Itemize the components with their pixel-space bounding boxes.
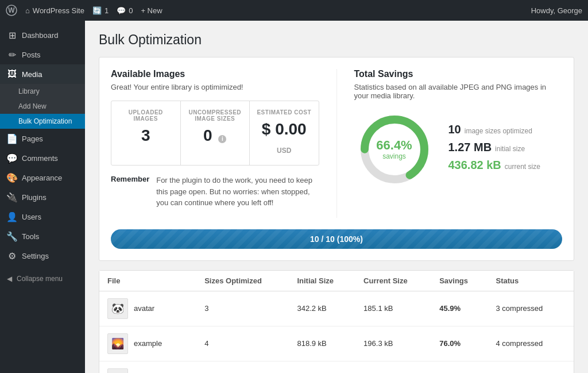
initial-0: 342.2 kB (289, 291, 355, 326)
collapse-menu[interactable]: ◀ Collapse menu (0, 270, 85, 287)
dashboard-icon: ⊞ (7, 30, 17, 40)
optimized-value: 10 (448, 123, 461, 136)
comments-icon: 💬 (7, 153, 17, 163)
table-row: Ⓦ wordpress 3 137.2 kB 55.4 kB 59.6% No … (99, 361, 574, 373)
optimized-desc: image sizes optimized (465, 127, 532, 135)
status-0: 3 compressed (488, 291, 574, 326)
updates-link[interactable]: 🔄 1 (92, 6, 109, 15)
savings-stats: 10 image sizes optimized 1.27 MB initial… (448, 123, 540, 176)
admin-bar: W ⌂ WordPress Site 🔄 1 💬 0 + New Howdy, … (0, 0, 588, 21)
progress-bar: 10 / 10 (100%) (111, 229, 562, 249)
col-sizes: Sizes Optimized (196, 271, 289, 291)
stat-uncompressed: UNCOMPRESSED IMAGE SIZES 0 i (181, 101, 250, 165)
submenu-bulk-optimization[interactable]: Bulk Optimization (0, 114, 85, 129)
submenu-library[interactable]: Library (0, 84, 85, 99)
stat-cost-value: $ 0.00 USD (256, 120, 313, 157)
sidebar-item-users[interactable]: 👤 Users (0, 207, 85, 226)
savings-area: 66.4% savings 10 image sizes optimized 1… (354, 109, 563, 190)
file-name-0: avatar (134, 304, 154, 313)
top-card: Available Images Great! Your entire libr… (99, 57, 574, 261)
current-size-value: 436.82 kB (448, 159, 501, 172)
files-card: File Sizes Optimized Initial Size Curren… (99, 270, 574, 374)
howdy-text: Howdy, George (531, 6, 582, 15)
savings-stat-current: 436.82 kB current size (448, 159, 540, 172)
total-savings-section: Total Savings Statistics based on all av… (336, 69, 563, 218)
donut-label: savings (376, 152, 412, 160)
files-table: File Sizes Optimized Initial Size Curren… (99, 271, 574, 374)
remember-text: For the plugin to do the work, you need … (156, 175, 319, 209)
initial-2: 137.2 kB (289, 361, 355, 373)
sizes-1: 4 (196, 326, 289, 361)
file-name-1: example (134, 339, 162, 348)
stat-uncompressed-label: UNCOMPRESSED IMAGE SIZES (187, 109, 244, 122)
current-2: 55.4 kB (355, 361, 431, 373)
col-file: File (99, 271, 196, 291)
donut-percent: 66.4% (376, 139, 412, 152)
available-images-subtitle: Great! Your entire library is optimimize… (111, 83, 319, 91)
file-thumb-1: 🌄 (107, 333, 128, 354)
file-cell-1: 🌄 example (99, 326, 196, 361)
available-images-section: Available Images Great! Your entire libr… (111, 69, 319, 218)
info-icon[interactable]: i (218, 135, 226, 143)
media-submenu: Library Add New Bulk Optimization (0, 84, 85, 129)
submenu-add-new[interactable]: Add New (0, 99, 85, 114)
stat-uncompressed-value: 0 i (187, 126, 244, 145)
current-1: 196.3 kB (355, 326, 431, 361)
admin-menu: ⊞ Dashboard ✏ Posts 🖼 Media Library Add … (0, 21, 85, 373)
stat-uploaded-label: UPLOADED IMAGES (117, 109, 175, 122)
comments-link[interactable]: 💬 0 (117, 6, 133, 15)
sizes-0: 3 (196, 291, 289, 326)
savings-0: 45.9% (431, 291, 488, 326)
stat-uploaded-value: 3 (117, 126, 175, 145)
posts-icon: ✏ (7, 49, 17, 60)
file-cell-0: 🐼 avatar (99, 291, 196, 326)
status-2: No action taken (488, 361, 574, 373)
sidebar-item-comments[interactable]: 💬 Comments (0, 148, 85, 168)
col-status: Status (488, 271, 574, 291)
donut-chart: 66.4% savings (354, 109, 435, 190)
total-savings-subtitle: Statistics based on all available JPEG a… (354, 83, 563, 100)
plugins-icon: 🔌 (7, 192, 17, 202)
sidebar-item-posts[interactable]: ✏ Posts (0, 45, 85, 64)
table-row: 🌄 example 4 818.9 kB 196.3 kB 76.0% 4 co… (99, 326, 574, 361)
savings-stat-initial: 1.27 MB initial size (448, 141, 540, 154)
page-title: Bulk Optimization (99, 32, 574, 48)
svg-text:W: W (8, 6, 15, 14)
sidebar-item-settings[interactable]: ⚙ Settings (0, 246, 85, 266)
stat-uploaded: UPLOADED IMAGES 3 (111, 101, 181, 165)
remember-row: Remember For the plugin to do the work, … (111, 175, 319, 209)
stat-cost-label: ESTIMATED COST (256, 109, 313, 116)
sidebar-item-pages[interactable]: 📄 Pages (0, 129, 85, 148)
available-images-title: Available Images (111, 69, 319, 79)
sidebar-item-dashboard[interactable]: ⊞ Dashboard (0, 25, 85, 45)
donut-center: 66.4% savings (376, 139, 412, 160)
current-0: 185.1 kB (355, 291, 431, 326)
collapse-arrow-icon: ◀ (7, 275, 12, 283)
savings-2: 59.6% (431, 361, 488, 373)
initial-size-value: 1.27 MB (448, 141, 492, 154)
savings-1: 76.0% (431, 326, 488, 361)
media-icon: 🖼 (7, 69, 17, 79)
sidebar-item-plugins[interactable]: 🔌 Plugins (0, 187, 85, 207)
sidebar-item-media[interactable]: 🖼 Media (0, 64, 85, 84)
wp-logo[interactable]: W (6, 5, 17, 16)
col-savings: Savings (431, 271, 488, 291)
appearance-icon: 🎨 (7, 172, 17, 183)
new-content[interactable]: + New (141, 6, 162, 15)
stat-cost: ESTIMATED COST $ 0.00 USD (250, 101, 319, 165)
col-current: Current Size (355, 271, 431, 291)
users-icon: 👤 (7, 212, 17, 222)
tools-icon: 🔧 (7, 231, 17, 241)
current-size-desc: current size (505, 163, 540, 171)
remember-label: Remember (111, 175, 149, 183)
main-content: Bulk Optimization Available Images Great… (85, 21, 588, 373)
stats-row: UPLOADED IMAGES 3 UNCOMPRESSED IMAGE SIZ… (111, 101, 319, 166)
savings-stat-optimized: 10 image sizes optimized (448, 123, 540, 136)
pages-icon: 📄 (7, 133, 17, 144)
table-row: 🐼 avatar 3 342.2 kB 185.1 kB 45.9% 3 com… (99, 291, 574, 326)
settings-icon: ⚙ (7, 251, 17, 261)
sidebar-item-tools[interactable]: 🔧 Tools (0, 226, 85, 246)
col-initial: Initial Size (289, 271, 355, 291)
site-name[interactable]: ⌂ WordPress Site (25, 6, 84, 15)
sidebar-item-appearance[interactable]: 🎨 Appearance (0, 168, 85, 187)
